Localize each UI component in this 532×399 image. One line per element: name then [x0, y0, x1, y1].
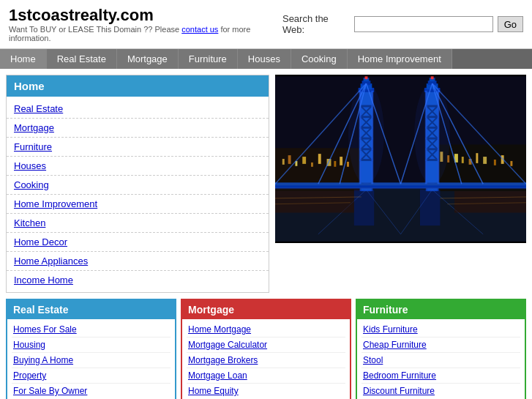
search-label: Search the Web: [282, 13, 350, 35]
section-link-stool[interactable]: Stool [361, 353, 520, 368]
home-panel-title: Home [7, 75, 269, 97]
navbar-item-cooking[interactable]: Cooking [291, 49, 348, 69]
section-link-homes-for-sale[interactable]: Homes For Sale [12, 322, 171, 338]
svg-rect-12 [340, 157, 342, 165]
section-header-mortgage: Mortgage [182, 300, 350, 319]
subtitle-text: Want To BUY or LEASE This Domain ?? Plea… [9, 25, 181, 34]
bottom-sections: Real EstateHomes For SaleHousingBuying A… [0, 299, 532, 399]
home-link-kitchen[interactable]: Kitchen [7, 214, 269, 233]
section-link-mortgage-brokers[interactable]: Mortgage Brokers [187, 353, 345, 368]
site-title: 1stcoastrealty.com [9, 6, 282, 25]
svg-rect-17 [462, 157, 464, 163]
svg-rect-84 [354, 190, 374, 225]
section-card-furniture: FurnitureKids FurnitureCheap FurnitureSt… [356, 299, 526, 399]
svg-rect-8 [311, 163, 313, 167]
section-link-mortgage-calculator[interactable]: Mortgage Calculator [187, 338, 345, 353]
navbar-item-furniture[interactable]: Furniture [179, 49, 238, 69]
navbar-item-houses[interactable]: Houses [238, 49, 291, 69]
bridge-image [275, 75, 526, 243]
home-link-real-estate[interactable]: Real Estate [7, 100, 269, 119]
section-link-property[interactable]: Property [12, 368, 171, 384]
svg-rect-91 [275, 191, 354, 212]
page-header: 1stcoastrealty.com Want To BUY or LEASE … [0, 0, 532, 49]
home-link-income-home[interactable]: Income Home [7, 271, 269, 289]
navbar: HomeReal EstateMortgageFurnitureHousesCo… [0, 49, 532, 69]
svg-rect-37 [431, 76, 434, 79]
section-header-furniture: Furniture [357, 300, 525, 319]
navbar-item-home[interactable]: Home [0, 49, 47, 69]
home-links-list: Real EstateMortgageFurnitureHousesCookin… [7, 97, 269, 292]
svg-point-98 [414, 83, 450, 184]
svg-rect-5 [288, 155, 291, 164]
svg-rect-23 [510, 161, 512, 166]
home-link-home-appliances[interactable]: Home Appliances [7, 252, 269, 271]
home-link-cooking[interactable]: Cooking [7, 176, 269, 195]
navbar-item-real-estate[interactable]: Real Estate [47, 49, 117, 69]
navbar-item-home-improvement[interactable]: Home Improvement [348, 49, 452, 69]
section-card-real_estate: Real EstateHomes For SaleHousingBuying A… [6, 299, 176, 399]
section-link-kids-furniture[interactable]: Kids Furniture [361, 322, 520, 338]
home-link-home-decor[interactable]: Home Decor [7, 233, 269, 252]
section-header-real_estate: Real Estate [7, 300, 175, 319]
svg-rect-92 [454, 191, 526, 212]
section-link-home-equity[interactable]: Home Equity [187, 384, 345, 398]
home-link-home-improvement[interactable]: Home Improvement [7, 195, 269, 214]
home-link-houses[interactable]: Houses [7, 157, 269, 176]
svg-rect-90 [275, 187, 526, 189]
svg-rect-11 [334, 161, 336, 167]
search-area: Search the Web: Go [282, 13, 523, 35]
svg-rect-4 [282, 159, 285, 165]
section-card-mortgage: MortgageHome MortgageMortgage Calculator… [181, 299, 351, 399]
hero-image-panel [275, 75, 526, 293]
site-subtitle: Want To BUY or LEASE This Domain ?? Plea… [9, 25, 282, 42]
header-left: 1stcoastrealty.com Want To BUY or LEASE … [9, 6, 282, 42]
svg-rect-21 [494, 160, 496, 165]
section-link-for-sale-by-owner[interactable]: For Sale By Owner [12, 384, 171, 398]
section-link-cheap-furniture[interactable]: Cheap Furniture [361, 338, 520, 353]
svg-point-97 [348, 83, 384, 184]
main-content: Home Real EstateMortgageFurnitureHousesC… [0, 69, 532, 299]
section-link-housing[interactable]: Housing [12, 338, 171, 353]
section-links-mortgage: Home MortgageMortgage CalculatorMortgage… [182, 319, 350, 399]
section-link-discount-furniture[interactable]: Discount Furniture [361, 384, 520, 398]
svg-rect-20 [483, 157, 487, 164]
svg-rect-30 [365, 76, 368, 79]
contact-link[interactable]: contact us [181, 25, 218, 34]
section-link-bedroom-furniture[interactable]: Bedroom Furniture [361, 368, 520, 384]
svg-rect-7 [302, 157, 306, 164]
search-input[interactable] [354, 16, 493, 32]
svg-rect-9 [318, 154, 321, 164]
section-link-mortgage-loan[interactable]: Mortgage Loan [187, 368, 345, 384]
section-link-buying-a-home[interactable]: Buying A Home [12, 353, 171, 368]
navbar-item-mortgage[interactable]: Mortgage [117, 49, 179, 69]
svg-rect-85 [420, 190, 440, 225]
section-links-furniture: Kids FurnitureCheap FurnitureStoolBedroo… [357, 319, 525, 399]
home-link-mortgage[interactable]: Mortgage [7, 119, 269, 138]
svg-rect-19 [476, 153, 478, 163]
section-link-home-mortgage[interactable]: Home Mortgage [187, 322, 345, 338]
svg-rect-13 [347, 162, 349, 167]
home-link-furniture[interactable]: Furniture [7, 138, 269, 157]
svg-rect-71 [275, 185, 526, 187]
search-button[interactable]: Go [498, 16, 523, 32]
home-panel: Home Real EstateMortgageFurnitureHousesC… [6, 75, 269, 293]
section-links-real_estate: Homes For SaleHousingBuying A HomeProper… [7, 319, 175, 399]
